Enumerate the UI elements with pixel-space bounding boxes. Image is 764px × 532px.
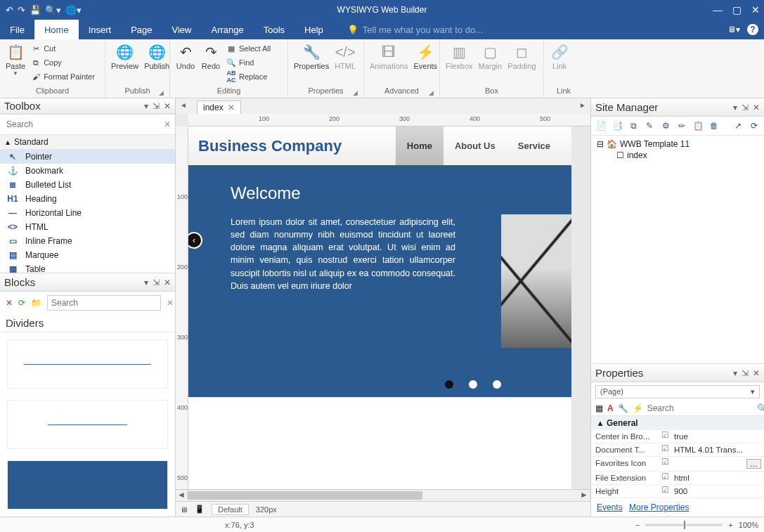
toolbox-item[interactable]: ↖Pointer	[0, 150, 175, 164]
pin-icon[interactable]: ⇲	[742, 103, 749, 112]
chevron-down-icon[interactable]: ▾	[144, 101, 148, 111]
prop-value[interactable]: …	[671, 457, 764, 471]
menu-arrange[interactable]: Arrange	[201, 20, 253, 39]
menu-home[interactable]: Home	[34, 20, 79, 39]
help-icon[interactable]: ?	[747, 24, 758, 35]
tab-prev[interactable]: ◄	[180, 101, 187, 109]
prop-category-general[interactable]: ▴General	[591, 416, 764, 430]
format-painter-button[interactable]: 🖌Format Painter	[31, 70, 95, 83]
clear-icon[interactable]: ✕	[167, 298, 174, 308]
tell-me-search[interactable]: 💡 Tell me what you want to do...	[347, 25, 483, 35]
nav-services[interactable]: Service	[507, 126, 562, 165]
zoom-slider[interactable]	[645, 524, 723, 526]
prop-checkbox[interactable]: ☑	[659, 485, 671, 498]
find-button[interactable]: 🔍Find	[226, 56, 271, 69]
device-mobile-icon[interactable]: 📱	[195, 505, 205, 514]
folder-icon[interactable]: 📁	[31, 298, 41, 308]
toolbox-item[interactable]: <>HTML	[0, 220, 175, 234]
prop-value[interactable]: html	[671, 472, 764, 484]
select-all-button[interactable]: ▦Select All	[226, 42, 271, 55]
nav-home[interactable]: Home	[396, 126, 443, 165]
dot[interactable]	[445, 380, 453, 389]
design-canvas[interactable]: Business Company Home About Us Service W…	[188, 126, 590, 489]
toolbox-item[interactable]: ▦Table	[0, 262, 175, 273]
zoom-out-button[interactable]: −	[635, 521, 640, 529]
menu-view[interactable]: View	[162, 20, 202, 39]
menu-page[interactable]: Page	[121, 20, 162, 39]
events-button[interactable]: ⚡Events	[413, 42, 437, 70]
prop-value[interactable]: 900	[671, 485, 764, 498]
screens-icon[interactable]: 🖥▾	[727, 25, 740, 34]
tab-next[interactable]: ►	[579, 101, 586, 109]
zoom-in-button[interactable]: +	[728, 521, 732, 529]
html-button[interactable]: </>HTML	[335, 42, 356, 70]
divider-preview[interactable]	[7, 400, 168, 449]
close-icon[interactable]: ✕	[753, 103, 760, 112]
menu-tools[interactable]: Tools	[254, 20, 294, 39]
save-icon[interactable]: 💾	[30, 5, 41, 15]
dot[interactable]	[493, 380, 501, 389]
new-page-icon[interactable]: 📄	[595, 120, 607, 131]
toolbox-search[interactable]: ✕	[0, 115, 175, 135]
tree-root[interactable]: ⊟🏠WWB Template 11	[597, 138, 758, 150]
redo-button[interactable]: ↷Redo	[201, 42, 221, 70]
toolbox-item[interactable]: ⚓Bookmark	[0, 164, 175, 178]
toolbox-item[interactable]: ≣Bulleted List	[0, 178, 175, 192]
prop-value[interactable]: HTML 4.01 Trans...	[671, 443, 764, 456]
checkbox-icon[interactable]: ☐	[616, 150, 624, 160]
device-desktop-icon[interactable]: 🖥	[180, 505, 188, 514]
close-icon[interactable]: ✕	[753, 368, 760, 378]
prop-value[interactable]: true	[671, 430, 764, 443]
maximize-button[interactable]: ▢	[732, 4, 742, 15]
prop-checkbox[interactable]: ☑	[659, 430, 671, 443]
events-link[interactable]: Events	[597, 502, 623, 512]
cut-button[interactable]: ✂Cut	[31, 42, 95, 55]
chevron-down-icon[interactable]: ▾	[733, 103, 737, 112]
link-button[interactable]: 🔗Link	[550, 42, 569, 70]
clear-icon[interactable]: ✕	[164, 119, 171, 129]
nav-about[interactable]: About Us	[443, 126, 507, 165]
scroll-right[interactable]: ►	[578, 490, 590, 501]
zoom-dropdown-icon[interactable]: 🔍▾	[45, 5, 61, 15]
prop-checkbox[interactable]: ☑	[659, 472, 671, 484]
menu-insert[interactable]: Insert	[79, 20, 122, 39]
category-standard[interactable]: ▴Standard	[0, 135, 175, 150]
property-row[interactable]: Center in Bro...☑true	[591, 430, 764, 443]
close-icon[interactable]: ✕	[164, 278, 171, 287]
delete-icon[interactable]: 🗑	[708, 120, 720, 131]
new-folder-icon[interactable]: 📑	[611, 120, 623, 131]
property-row[interactable]: Document T...☑HTML 4.01 Trans...	[591, 443, 764, 457]
prop-checkbox[interactable]: ☑	[659, 443, 671, 456]
menu-help[interactable]: Help	[294, 20, 333, 39]
toolbox-item[interactable]: ▭Inline Frame	[0, 234, 175, 248]
property-selector[interactable]: (Page)▾	[595, 385, 760, 398]
clone-icon[interactable]: ⧉	[628, 120, 639, 131]
prop-checkbox[interactable]: ☑	[659, 457, 671, 471]
padding-button[interactable]: ◻Padding	[507, 42, 536, 70]
divider-preview[interactable]	[7, 460, 168, 510]
chevron-down-icon[interactable]: ▾	[144, 278, 148, 287]
toolbox-item[interactable]: H1Heading	[0, 192, 175, 206]
blocks-search-input[interactable]	[47, 295, 161, 311]
redo-icon[interactable]: ↷	[18, 5, 25, 15]
property-row[interactable]: Favorites Icon☑ …	[591, 457, 764, 472]
animations-button[interactable]: 🎞Animations	[370, 42, 408, 70]
copy-button[interactable]: ⧉Copy	[31, 56, 95, 69]
paste-button[interactable]: 📋 Paste ▼	[6, 42, 25, 77]
close-tab-icon[interactable]: ✕	[228, 103, 235, 112]
scroll-thumb[interactable]	[188, 491, 422, 500]
delete-icon[interactable]: ✕	[6, 298, 13, 308]
globe-dropdown-icon[interactable]: 🌐▾	[65, 5, 82, 15]
toolbox-item[interactable]: —Horizontal Line	[0, 206, 175, 220]
close-icon[interactable]: ✕	[164, 101, 171, 111]
chevron-down-icon[interactable]: ▾	[733, 368, 737, 378]
undo-button[interactable]: ↶Undo	[176, 42, 195, 70]
replace-button[interactable]: ABACReplace	[226, 70, 271, 83]
search-icon[interactable]: 🔍	[757, 403, 764, 413]
divider-preview[interactable]	[7, 339, 168, 389]
pin-icon[interactable]: ⇲	[153, 101, 160, 111]
toolbox-item[interactable]: ▤Marquee	[0, 248, 175, 262]
property-row[interactable]: File Extension☑html	[591, 472, 764, 485]
edit-icon[interactable]: ✎	[644, 120, 655, 131]
properties-button[interactable]: 🔧Properties	[294, 42, 329, 70]
